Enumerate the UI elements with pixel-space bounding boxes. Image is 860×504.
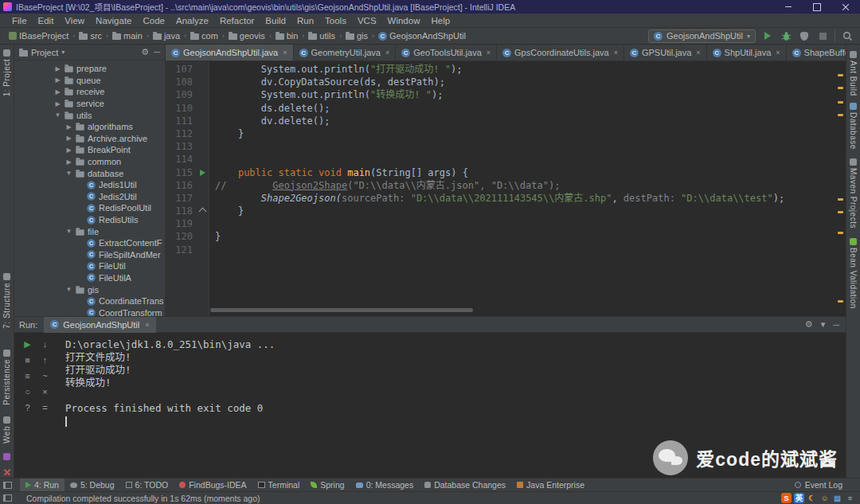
code-text[interactable]: Shape2Geojson(sourcePath: "D:\\data\\202… (209, 192, 784, 205)
code-text[interactable] (209, 140, 215, 153)
menu-file[interactable]: File (6, 16, 33, 25)
soft-wrap-icon[interactable]: ~ (39, 371, 51, 381)
fold-close-icon[interactable] (198, 207, 206, 215)
scroll-down-icon[interactable]: ↓ (39, 339, 51, 350)
code-text[interactable]: // Geojson2Shape("D:\\data\\内蒙古.json", "… (209, 179, 560, 192)
search-everywhere-button[interactable] (841, 29, 854, 42)
tree-item-file[interactable]: ▼file (14, 225, 165, 237)
menu-navigate[interactable]: Navigate (90, 16, 137, 25)
menu-help[interactable]: Help (425, 16, 455, 25)
menu-build[interactable]: Build (260, 16, 291, 25)
tree-expand-icon[interactable]: ▶ (54, 76, 61, 84)
close-tab-icon[interactable]: × (283, 49, 287, 57)
clear-all-icon[interactable]: × (39, 387, 51, 397)
pin-tab-icon[interactable]: ○ (22, 387, 33, 397)
toolbox-icon[interactable]: ≡ (845, 493, 855, 503)
tree-item-fileutil[interactable]: CFileUtil (14, 260, 165, 272)
close-tab-icon[interactable]: × (614, 49, 618, 57)
tree-item-database[interactable]: ▼database (14, 167, 165, 179)
tree-item-filespiltandmer[interactable]: CFileSpiltAndMer (14, 249, 165, 261)
tool-window-button-java-enterprise[interactable]: Java Enterprise (511, 479, 590, 491)
breadcrumb-item-ibaseproject[interactable]: IBaseProject (6, 31, 71, 41)
tree-item-coordinatetrans[interactable]: CCoordinateTrans (14, 295, 165, 307)
tree-expand-icon[interactable]: ▶ (54, 65, 61, 72)
run-button[interactable] (761, 29, 774, 42)
maximize-icon[interactable] (803, 0, 831, 14)
tree-item-utils[interactable]: ▼utils (14, 109, 165, 121)
tree-expand-icon[interactable]: ▶ (65, 158, 72, 166)
editor-tab-gpsutil-java[interactable]: CGPSUtil.java× (624, 45, 707, 61)
toolwindow-button-maven-projects[interactable]: Maven Projects (849, 158, 858, 229)
close-tab-icon[interactable]: × (696, 49, 700, 57)
settings-small-icon[interactable]: = (39, 403, 51, 413)
breadcrumb-item-src[interactable]: src (76, 31, 104, 41)
code-text[interactable]: ds.delete(); (209, 102, 330, 115)
close-tab-icon[interactable]: × (145, 321, 149, 329)
tree-item-queue[interactable]: ▶queue (14, 75, 165, 87)
code-text[interactable]: System.out.println("打开驱动成功! "); (209, 63, 462, 76)
hide-panel-icon[interactable]: ─ (833, 320, 839, 330)
scroll-up-icon[interactable]: ↑ (39, 355, 51, 365)
keyboard-icon[interactable]: ▤ (832, 493, 842, 503)
breadcrumb-item-java[interactable]: java (150, 31, 182, 41)
horizontal-scrollbar[interactable] (210, 308, 473, 312)
rerun-icon[interactable]: ▶ (22, 339, 33, 350)
tree-item-gis[interactable]: ▼gis (14, 283, 165, 295)
tree-expand-icon[interactable]: ▶ (65, 147, 72, 154)
code-text[interactable]: dv.CopyDataSource(ds, destPath); (209, 76, 445, 88)
menu-window[interactable]: Window (382, 16, 426, 25)
restore-layout-icon[interactable]: ≡ (22, 371, 33, 381)
menu-code[interactable]: Code (137, 16, 170, 25)
close-tab-icon[interactable]: × (385, 49, 389, 57)
event-log-button[interactable]: Event Log (795, 480, 854, 490)
menu-vcs[interactable]: VCS (352, 16, 382, 25)
tree-item-extractcontentf[interactable]: CExtractContentF (14, 237, 165, 249)
code-text[interactable]: public static void main(String[] args) { (209, 166, 468, 179)
tree-item-service[interactable]: ▶service (14, 98, 165, 110)
tree-expand-icon[interactable]: ▼ (54, 111, 61, 119)
close-tab-icon[interactable]: × (487, 49, 491, 57)
status-corner-icon[interactable] (3, 494, 12, 502)
code-text[interactable] (209, 244, 215, 256)
coverage-button[interactable] (798, 29, 811, 42)
editor-tab-geojsonandshputil-java[interactable]: CGeojsonAndShpUtil.java× (166, 45, 294, 61)
breadcrumb-item-geovis[interactable]: geovis (226, 31, 268, 41)
tree-expand-icon[interactable]: ▶ (54, 100, 61, 107)
breadcrumb-item-com[interactable]: com (188, 31, 221, 41)
editor-tab-shputil-java[interactable]: CShpUtil.java× (707, 45, 787, 61)
editor-tab-geometryutil-java[interactable]: CGeometryUtil.java× (294, 45, 397, 61)
tool-window-button-findbugs-idea[interactable]: FindBugs-IDEA (174, 479, 252, 491)
tool-windows-toggle-icon[interactable] (3, 482, 12, 489)
tree-item-redispoolutil[interactable]: CRedisPoolUtil (14, 202, 165, 214)
tree-item-prepare[interactable]: ▶prepare (14, 63, 165, 75)
tree-expand-icon[interactable]: ▶ (54, 88, 61, 96)
tool-window-button-database-changes[interactable]: Database Changes (419, 479, 511, 491)
toolwindow-button-web[interactable]: Web (2, 416, 11, 443)
run-panel-tab[interactable]: C GeojsonAndShpUtil × (44, 317, 155, 333)
close-icon[interactable] (831, 0, 860, 14)
run-configuration-select[interactable]: C GeojsonAndShpUtil ▾ (648, 29, 756, 43)
status-message[interactable]: Compilation completed successfully in 1s… (26, 494, 260, 503)
hide-panel-icon[interactable]: ─ (154, 47, 160, 57)
toolwindow-button-bean-validation[interactable]: Bean Validation (849, 238, 858, 309)
tree-expand-icon[interactable]: ▼ (65, 170, 72, 177)
close-tab-icon[interactable]: × (776, 49, 780, 57)
close-red-icon[interactable] (3, 468, 11, 476)
tree-expand-icon[interactable]: ▶ (65, 123, 72, 131)
gear-icon[interactable]: ⚙ (141, 47, 149, 57)
tool-window-button-spring[interactable]: Spring (305, 479, 350, 491)
breadcrumb-item-bin[interactable]: bin (273, 31, 301, 41)
code-text[interactable] (209, 217, 215, 230)
tree-item-fileutila[interactable]: CFileUtilA (14, 272, 165, 284)
tool-window-button-terminal[interactable]: Terminal (252, 479, 306, 491)
sogou-logo-icon[interactable]: S (781, 493, 792, 503)
warning-stripe-mark[interactable] (838, 300, 843, 303)
stop-icon[interactable]: ■ (22, 355, 33, 365)
breadcrumb-item-utils[interactable]: utils (306, 31, 338, 41)
toolwindow-button-plugin-icon[interactable] (3, 453, 10, 460)
toolwindow-button-1-project[interactable]: 1: Project (2, 49, 11, 96)
chevron-down-icon[interactable]: ▾ (61, 49, 64, 56)
toolwindow-button-ant-build[interactable]: Ant Build (849, 51, 858, 96)
tool-window-button-4-run[interactable]: 4: Run (20, 479, 64, 491)
tree-expand-icon[interactable]: ▼ (65, 228, 72, 235)
